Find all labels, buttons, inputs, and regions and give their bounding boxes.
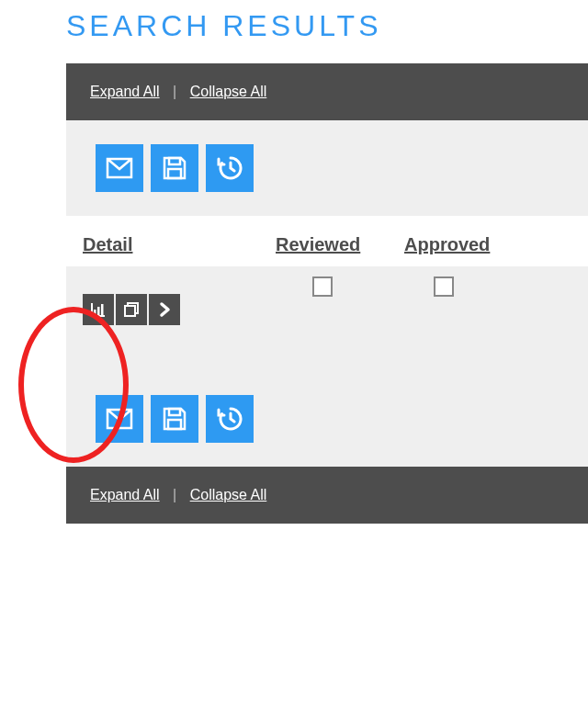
mail-button[interactable] bbox=[96, 144, 143, 192]
history-icon bbox=[216, 405, 243, 433]
collapse-all-link-bottom[interactable]: Collapse All bbox=[190, 487, 267, 502]
svg-rect-8 bbox=[168, 420, 181, 429]
detail-actions bbox=[83, 294, 276, 325]
save-button-bottom[interactable] bbox=[151, 395, 198, 443]
page-title: SEARCH RESULTS bbox=[66, 9, 588, 43]
copy-icon bbox=[122, 300, 141, 319]
control-bar-top: Expand All | Collapse All bbox=[66, 63, 588, 120]
column-reviewed[interactable]: Reviewed bbox=[276, 234, 404, 255]
chevron-right-icon bbox=[157, 300, 172, 319]
svg-rect-4 bbox=[101, 304, 104, 315]
expand-all-link[interactable]: Expand All bbox=[90, 84, 160, 99]
column-detail: Detail bbox=[83, 234, 276, 255]
history-icon bbox=[216, 154, 243, 182]
expand-row-button[interactable] bbox=[149, 294, 180, 325]
svg-rect-2 bbox=[94, 310, 96, 315]
mail-icon bbox=[106, 157, 133, 179]
svg-rect-6 bbox=[125, 306, 135, 316]
approved-checkbox[interactable] bbox=[434, 276, 454, 297]
save-icon bbox=[162, 155, 187, 181]
save-button[interactable] bbox=[151, 144, 198, 192]
svg-rect-3 bbox=[97, 307, 100, 315]
reviewed-checkbox[interactable] bbox=[312, 276, 333, 297]
mail-button-bottom[interactable] bbox=[96, 395, 143, 443]
svg-rect-1 bbox=[168, 169, 181, 178]
toolbar-bottom bbox=[66, 371, 588, 467]
mail-icon bbox=[106, 408, 133, 430]
save-icon bbox=[162, 406, 187, 432]
separator: | bbox=[173, 84, 176, 99]
chart-button[interactable] bbox=[83, 294, 114, 325]
toolbar-top bbox=[66, 120, 588, 216]
control-bar-bottom: Expand All | Collapse All bbox=[66, 467, 588, 524]
history-button-bottom[interactable] bbox=[206, 395, 254, 443]
expand-all-link-bottom[interactable]: Expand All bbox=[90, 487, 160, 502]
chart-icon bbox=[89, 300, 107, 319]
svg-rect-7 bbox=[169, 409, 180, 415]
collapse-all-link[interactable]: Collapse All bbox=[190, 84, 267, 99]
separator: | bbox=[173, 487, 176, 502]
table-header: Detail Reviewed Approved bbox=[66, 216, 588, 266]
copy-button[interactable] bbox=[116, 294, 147, 325]
results-panel: Expand All | Collapse All bbox=[66, 63, 588, 524]
column-approved[interactable]: Approved bbox=[404, 234, 571, 255]
svg-rect-0 bbox=[169, 158, 180, 164]
table-row bbox=[66, 266, 588, 371]
history-button[interactable] bbox=[206, 144, 254, 192]
